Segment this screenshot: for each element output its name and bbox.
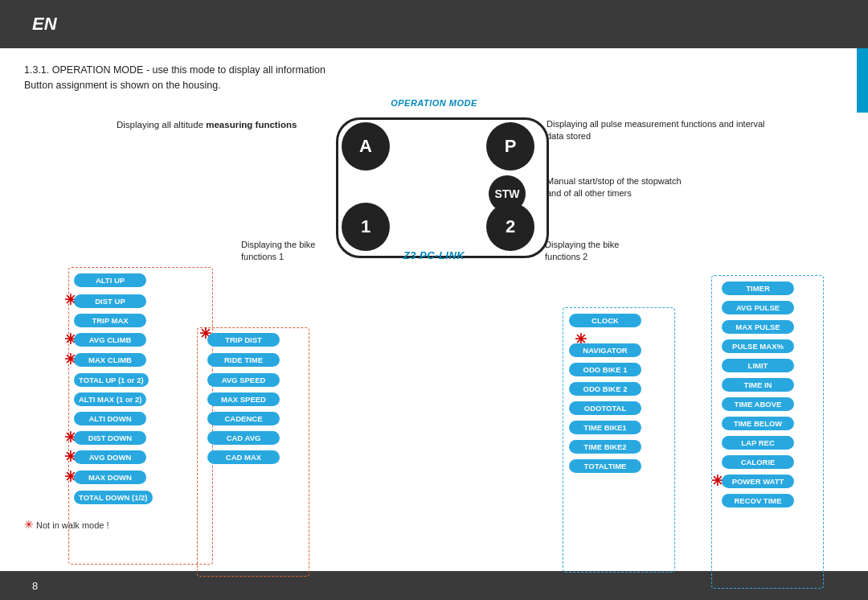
btn-recov-time: RECOV TIME: [722, 494, 794, 508]
btn-avg-down: AVG DOWN: [74, 450, 146, 464]
btn-alti-up: ALTI UP: [74, 273, 146, 287]
pulse-desc: Displaying all pulse measurement functio…: [547, 118, 772, 143]
circle-2-button[interactable]: 2: [486, 203, 534, 251]
z3-pc-link-label: Z3 PC-LINK: [403, 249, 465, 261]
footnote-star: ✳: [24, 518, 34, 531]
btn-time-below: TIME BELOW: [722, 417, 794, 430]
btn-max-pulse: MAX PULSE: [722, 320, 794, 334]
btn-dist-up: DIST UP: [74, 294, 146, 308]
page-number: 8: [32, 580, 38, 592]
btn-time-bike2: TIME BIKE2: [569, 440, 641, 454]
diagram: OPERATION MODE A P STW 1 2 Z3 PC-LINK Di…: [24, 98, 844, 549]
btn-limit: LIMIT: [722, 359, 794, 372]
btn-timer: TIMER: [722, 282, 794, 295]
btn-alti-down: ALTI DOWN: [74, 412, 146, 425]
btn-alti-max: ALTI MAX (1 or 2): [74, 392, 146, 406]
btn-odototal: ODOTOTAL: [569, 401, 641, 415]
btn-navigator: NAVIGATOR: [569, 343, 641, 357]
btn-trip-max: TRIP MAX: [74, 314, 146, 327]
footnote: ✳ Not in walk mode !: [24, 518, 109, 531]
btn-avg-climb: AVG CLIMB: [74, 333, 146, 347]
btn-dist-down: DIST DOWN: [74, 431, 146, 445]
btn-cad-avg: CAD AVG: [207, 431, 280, 445]
btn-totaltime: TOTALTIME: [569, 459, 641, 473]
btn-odo-bike2: ODO BIKE 2: [569, 382, 641, 396]
btn-cadence: CADENCE: [207, 412, 280, 425]
btn-avg-speed: AVG SPEED: [207, 373, 280, 387]
circle-A-button[interactable]: A: [342, 122, 390, 171]
btn-avg-pulse: AVG PULSE: [722, 301, 794, 314]
btn-time-bike1: TIME BIKE1: [569, 421, 641, 434]
btn-total-up: TOTAL UP (1 or 2): [74, 373, 149, 387]
top-bar: EN: [0, 0, 868, 48]
btn-calorie: CALORIE: [722, 455, 794, 469]
bike-func1-desc: Displaying the bikefunctions 1: [241, 239, 315, 264]
bike-func2-desc: Displaying the bikefunctions 2: [545, 239, 619, 264]
btn-power-watt: POWER WATT: [722, 475, 794, 488]
btn-trip-dist: TRIP DIST: [207, 333, 280, 347]
operation-mode-label: OPERATION MODE: [391, 98, 477, 108]
section-title: 1.3.1. OPERATION MODE - use this mode to…: [24, 63, 844, 93]
btn-total-down: TOTAL DOWN (1/2): [74, 491, 153, 504]
btn-cad-max: CAD MAX: [207, 450, 280, 464]
btn-odo-bike1: ODO BIKE 1: [569, 363, 641, 376]
btn-ride-time: RIDE TIME: [207, 353, 280, 367]
btn-clock: CLOCK: [569, 314, 641, 327]
altitude-desc: Displaying all altitude measuring functi…: [117, 118, 297, 131]
btn-lap-rec: LAP REC: [722, 436, 794, 450]
btn-time-above: TIME ABOVE: [722, 397, 794, 411]
btn-max-down: MAX DOWN: [74, 471, 146, 484]
circle-1-button[interactable]: 1: [342, 203, 390, 251]
circle-P-button[interactable]: P: [486, 122, 534, 171]
btn-max-climb: MAX CLIMB: [74, 353, 146, 367]
btn-pulse-max-pct: PULSE MAX%: [722, 339, 794, 353]
page-language-label: EN: [32, 14, 57, 35]
btn-max-speed: MAX SPEED: [207, 392, 280, 406]
main-content: 1.3.1. OPERATION MODE - use this mode to…: [0, 48, 868, 571]
btn-time-in: TIME IN: [722, 378, 794, 392]
stw-desc: Manual start/stop of the stopwatchand of…: [547, 175, 682, 200]
